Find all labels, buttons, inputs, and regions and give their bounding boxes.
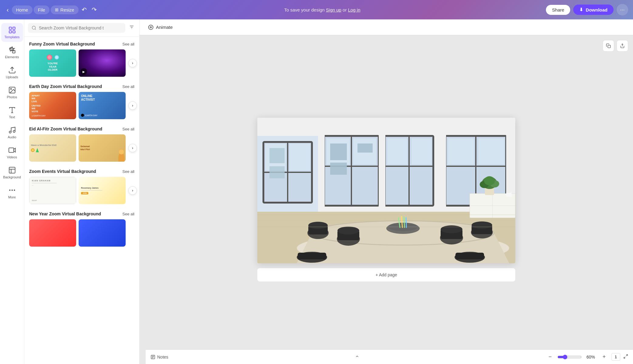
topbar-center-text: To save your design Sign up or Log in [101, 7, 544, 12]
template-row-events: KIAN GRAHAM ··· RSVP Rosemary James JOIN [29, 177, 134, 204]
sidebar-item-text[interactable]: Text [1, 103, 23, 122]
download-icon: ⬇ [579, 7, 583, 12]
undo-button[interactable]: ↶ [80, 4, 89, 15]
canvas-top-actions [603, 40, 628, 52]
svg-point-13 [13, 130, 15, 133]
add-page-button[interactable]: + Add page [257, 268, 515, 281]
zoom-level: 60% [585, 355, 597, 359]
notes-icon [151, 355, 155, 359]
zoom-slider[interactable] [557, 355, 582, 359]
log-in-link[interactable]: Log in [348, 7, 361, 12]
zoom-in-button[interactable]: + [600, 353, 608, 361]
template-thumb-newyear-2[interactable] [79, 219, 126, 247]
fullscreen-button[interactable] [623, 354, 628, 360]
section-newyear: New Year Zoom Virtual Background See all [29, 211, 134, 247]
animate-icon [148, 25, 154, 30]
audio-icon [8, 126, 16, 134]
template-thumb-events-1[interactable]: KIAN GRAHAM ··· RSVP [29, 177, 76, 204]
see-all-funny[interactable]: See all [122, 42, 134, 46]
svg-point-26 [150, 26, 152, 28]
svg-rect-16 [9, 167, 15, 173]
template-row-newyear [29, 219, 134, 247]
template-thumb-funny-1[interactable]: YOU'REYEAROLDER [29, 49, 76, 77]
template-thumb-funny-2[interactable]: ▶ [79, 49, 126, 77]
background-icon [8, 166, 16, 174]
sidebar-item-photos[interactable]: Photos [1, 83, 23, 102]
zoom-out-button[interactable]: − [546, 353, 554, 361]
sidebar-item-templates[interactable]: Templates [1, 23, 23, 42]
svg-rect-103 [455, 253, 484, 259]
section-eid-header: Eid Al-Fitr Zoom Virtual Background See … [29, 126, 134, 131]
video-icon [8, 146, 16, 154]
canvas-container: + Add page [140, 35, 633, 364]
sign-up-link[interactable]: Sign up [326, 7, 341, 12]
copy-button[interactable] [603, 40, 614, 52]
svg-point-98 [472, 221, 492, 229]
redo-button[interactable]: ↷ [90, 4, 99, 15]
more-label: More [8, 195, 16, 199]
notes-button[interactable]: Notes [151, 355, 168, 359]
share-canvas-button[interactable] [617, 40, 628, 52]
svg-rect-40 [269, 166, 285, 178]
see-all-newyear[interactable]: See all [122, 212, 134, 216]
svg-rect-27 [608, 45, 611, 48]
search-input-wrap [28, 23, 125, 33]
design-canvas[interactable] [257, 118, 515, 263]
resize-button[interactable]: ⊞ Resize [51, 5, 79, 14]
sidebar-item-background[interactable]: Background [1, 163, 23, 182]
topbar-nav: ‹ Home File ⊞ Resize ↶ ↷ [5, 4, 99, 15]
svg-line-112 [624, 357, 625, 358]
svg-rect-48 [330, 163, 347, 175]
home-button[interactable]: Home [12, 5, 32, 14]
more-options-button[interactable]: ··· [617, 4, 628, 15]
svg-rect-63 [379, 118, 385, 212]
file-button[interactable]: File [34, 5, 49, 14]
svg-rect-1 [13, 27, 15, 29]
template-thumb-earth-2[interactable]: ONLINEACTIVIST EARTH DAY [79, 92, 126, 119]
row-arrow-funny[interactable]: › [128, 59, 137, 67]
upload-icon [8, 66, 16, 74]
sidebar-item-audio[interactable]: Audio [1, 123, 23, 142]
template-row-funny: YOU'REYEAROLDER ▶ › [29, 49, 134, 77]
template-thumb-events-2[interactable]: Rosemary James JOIN [79, 177, 126, 204]
sidebar-item-videos[interactable]: Videos [1, 143, 23, 162]
text-label: Text [9, 115, 15, 119]
row-arrow-eid[interactable]: › [128, 144, 137, 152]
shapes-icon [8, 46, 16, 54]
videos-label: Videos [7, 155, 17, 159]
panel-scroll: Funny Zoom Virtual Background See all YO… [24, 37, 139, 364]
see-all-eid[interactable]: See all [122, 127, 134, 131]
section-funny-header: Funny Zoom Virtual Background See all [29, 42, 134, 46]
template-thumb-eid-1[interactable]: Have a Wonderful Eid! [29, 134, 76, 162]
svg-line-111 [626, 355, 628, 356]
filter-button[interactable] [128, 23, 136, 33]
text-icon [8, 106, 16, 114]
sidebar-item-uploads[interactable]: Uploads [1, 63, 23, 82]
chevron-up-button[interactable] [355, 354, 359, 359]
row-arrow-events[interactable]: › [128, 186, 137, 195]
section-newyear-header: New Year Zoom Virtual Background See all [29, 211, 134, 216]
template-thumb-eid-2[interactable]: SelamatIdul Fitri [79, 134, 126, 162]
template-thumb-earth-1[interactable]: APARTWELIVE UNITEDWEVOTE ● EARTH DAY [29, 92, 76, 119]
template-thumb-newyear-1[interactable] [29, 219, 76, 247]
svg-point-101 [441, 225, 462, 233]
svg-point-93 [337, 227, 359, 234]
page-indicator[interactable]: 1 [611, 353, 620, 361]
download-button[interactable]: ⬇ Download [573, 5, 614, 15]
see-all-events[interactable]: See all [122, 169, 134, 174]
sidebar-item-more[interactable]: More [1, 183, 23, 202]
row-arrow-earth[interactable]: › [128, 101, 137, 110]
see-all-earth[interactable]: See all [122, 84, 134, 89]
sidebar-item-elements[interactable]: Elements [1, 43, 23, 62]
svg-rect-14 [9, 148, 14, 152]
svg-rect-3 [13, 31, 15, 33]
share-button[interactable]: Share [546, 5, 570, 15]
fullscreen-icon [623, 354, 628, 359]
search-input[interactable] [39, 25, 122, 30]
svg-marker-15 [14, 148, 15, 152]
svg-point-90 [308, 222, 328, 229]
svg-point-19 [14, 190, 15, 191]
animate-button[interactable]: Animate [144, 23, 176, 32]
back-button[interactable]: ‹ [5, 5, 11, 15]
svg-point-17 [9, 190, 10, 191]
